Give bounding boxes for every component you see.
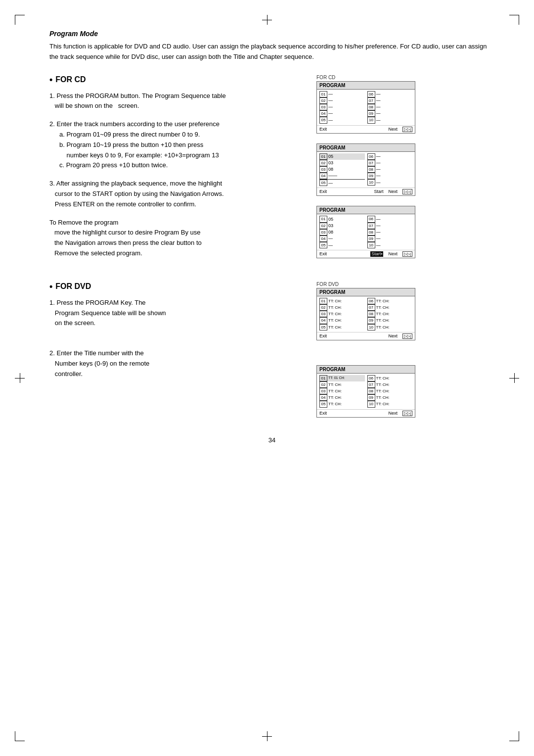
for-dvd-layout: • FOR DVD 1. Press the PROGRAM Key. The … bbox=[49, 282, 494, 422]
cd-s3-exit: Exit bbox=[319, 251, 327, 257]
dvd-s1-rn5: 10 bbox=[367, 324, 375, 331]
dvd-s2-rn5: 10 bbox=[367, 401, 375, 407]
cd-s1-next-icon: ▷▷| bbox=[402, 127, 412, 132]
cd-screen-2-wrapper: PROGRAM 01 05 02 03 03 08 04 —— 05 — bbox=[316, 143, 425, 196]
dvd-s1-next-icon: ▷▷| bbox=[402, 333, 412, 339]
dvd-step-1-num: 1. bbox=[49, 299, 55, 306]
cd-s2-start: Start bbox=[374, 189, 383, 194]
dvd-s2-rrow4: 09 TT: CH: bbox=[367, 394, 413, 401]
cd-s1-rv2: — bbox=[376, 97, 381, 104]
cd-screen-1-footer: Exit Next ▷▷| bbox=[317, 125, 415, 133]
dvd-s2-left-col: 01 TT: 01 CH: 02 TT: CH: 03 TT: CH: 04 T… bbox=[319, 375, 365, 408]
program-mode-title: Program Mode bbox=[49, 30, 494, 38]
dvd-s2-n5: 05 bbox=[319, 401, 327, 407]
dvd-s2-exit: Exit bbox=[319, 411, 327, 416]
cd-s2-row1: 01 05 bbox=[319, 153, 365, 160]
cd-s3-rn3: 08 bbox=[367, 229, 375, 236]
cd-s3-rn4: 09 bbox=[367, 236, 375, 242]
bullet-dvd: • bbox=[49, 282, 52, 292]
cd-screen-1-wrapper: FOR CD PROGRAM 01 — 02 — 03 — 04 — 05 — bbox=[316, 75, 425, 134]
cd-s2-rv1: — bbox=[376, 153, 381, 160]
cd-s2-rrow3: 08 — bbox=[367, 166, 413, 173]
dvd-s2-v2: TT: CH: bbox=[328, 382, 342, 387]
cd-s2-next-icon: ▷▷| bbox=[402, 189, 412, 194]
cd-screen-3: PROGRAM 01 05 02 03 03 08 04 — 05 — bbox=[316, 206, 415, 258]
dvd-s1-row5: 05 TT: CH: bbox=[319, 324, 365, 331]
cd-s3-row3: 03 08 bbox=[319, 229, 365, 236]
dvd-screen-2-footer: Exit Next ▷▷| bbox=[317, 409, 415, 417]
dvd-s2-n3: 03 bbox=[319, 388, 327, 394]
cd-s2-n3: 03 bbox=[319, 166, 327, 173]
cd-screen-3-footer: Exit Start▪ Next▷▷| bbox=[317, 250, 415, 258]
dvd-s2-v4: TT: CH: bbox=[328, 395, 342, 400]
cd-s2-v3: 08 bbox=[328, 166, 333, 173]
for-cd-left: • FOR CD 1. Press the PROGRAM button. Th… bbox=[49, 75, 307, 267]
cd-s3-rv4: — bbox=[376, 236, 381, 242]
for-cd-title: • FOR CD bbox=[49, 75, 307, 85]
cd-s1-rrow4: 09 — bbox=[367, 110, 413, 117]
cd-s2-n5: 05 bbox=[319, 180, 327, 186]
dvd-s2-rn3: 08 bbox=[367, 388, 375, 394]
cd-s2-rv3: — bbox=[376, 166, 381, 173]
cd-s1-v3: — bbox=[328, 104, 333, 110]
cd-screen-2-footer: Exit Start Next ▷▷| bbox=[317, 188, 415, 195]
dvd-s1-rn2: 07 bbox=[367, 304, 375, 311]
dvd-step-2-num: 2. bbox=[49, 349, 55, 357]
dvd-screen-2-wrapper: PROGRAM 01 TT: 01 CH: 02 TT: CH: 03 TT: … bbox=[316, 365, 425, 418]
dvd-s1-n3: 03 bbox=[319, 311, 327, 317]
cd-screen-1-label: FOR CD bbox=[316, 75, 425, 80]
cd-s2-n2: 02 bbox=[319, 160, 327, 166]
dvd-s1-left-col: 01 TT: CH: 02 TT: CH: 03 TT: CH: 04 TT: … bbox=[319, 298, 365, 331]
cd-s3-rrow2: 07 — bbox=[367, 223, 413, 229]
dvd-s2-next-icon: ▷▷| bbox=[402, 411, 412, 416]
for-cd-label: FOR CD bbox=[55, 75, 86, 84]
cd-s1-v5: — bbox=[328, 117, 333, 124]
cd-s2-rrow1: 06 — bbox=[367, 153, 413, 160]
dvd-s2-rn1: 06 bbox=[367, 375, 375, 381]
cross-left-center bbox=[15, 373, 25, 383]
dvd-s2-rv3: TT: CH: bbox=[376, 388, 390, 394]
dvd-s1-v1: TT: CH: bbox=[328, 298, 342, 304]
dvd-s1-n2: 02 bbox=[319, 304, 327, 311]
cd-s3-rn1: 06 bbox=[367, 216, 375, 222]
cd-s1-next: Next bbox=[388, 127, 398, 132]
dvd-s1-v2: TT: CH: bbox=[328, 305, 342, 310]
cd-s1-row1: 01 — bbox=[319, 91, 365, 97]
for-cd-section: • FOR CD 1. Press the PROGRAM button. Th… bbox=[49, 75, 494, 267]
cd-s1-v1: — bbox=[328, 91, 333, 97]
cd-s3-rv1: — bbox=[376, 216, 381, 223]
cd-s1-rrow5: 10 — bbox=[367, 117, 413, 123]
dvd-screen-2-body: 01 TT: 01 CH: 02 TT: CH: 03 TT: CH: 04 T… bbox=[317, 374, 415, 409]
cd-s3-start: Start▪ bbox=[370, 251, 383, 257]
cd-s3-row5: 05 — bbox=[319, 242, 365, 248]
program-mode-section: Program Mode This function is applicable… bbox=[49, 30, 494, 75]
dvd-s1-n5: 05 bbox=[319, 324, 327, 331]
cd-s2-n4: 04 bbox=[319, 173, 327, 179]
cd-s2-rv5: — bbox=[376, 180, 381, 186]
for-dvd-left: • FOR DVD 1. Press the PROGRAM Key. The … bbox=[49, 282, 307, 422]
cd-step-2c: c. Program 20 press +10 button twice. bbox=[49, 160, 307, 171]
dvd-s1-rrow5: 10 TT: CH: bbox=[367, 324, 413, 331]
dvd-screen-1-body: 01 TT: CH: 02 TT: CH: 03 TT: CH: 04 TT: … bbox=[317, 296, 415, 332]
dvd-s2-n2: 02 bbox=[319, 381, 327, 388]
dvd-s1-rn4: 09 bbox=[367, 317, 375, 324]
dvd-s2-rv1: TT: CH: bbox=[376, 376, 390, 381]
dvd-screen-1-footer: Exit Next ▷▷| bbox=[317, 332, 415, 340]
dvd-s1-n4: 04 bbox=[319, 317, 327, 324]
cd-step-1: 1. Press the PROGRAM button. The Program… bbox=[49, 91, 307, 112]
cd-step-2a: a. Program 01~09 press the direct number… bbox=[49, 130, 307, 140]
dvd-s2-row3: 03 TT: CH: bbox=[319, 388, 365, 394]
dvd-s2-row5: 05 TT: CH: bbox=[319, 401, 365, 407]
cd-s1-rn5: 10 bbox=[367, 117, 375, 123]
cd-step-3: 3. After assigning the playback sequence… bbox=[49, 179, 307, 209]
cd-screen-2-body: 01 05 02 03 03 08 04 —— 05 — 06 — 07 — 0 bbox=[317, 152, 415, 188]
dvd-step-2: 2. Enter the Title number with the Numbe… bbox=[49, 348, 307, 379]
dvd-s1-rv5: TT: CH: bbox=[376, 325, 390, 330]
cd-step-2-num: 2. bbox=[49, 120, 55, 128]
cd-s2-rn4: 09 bbox=[367, 173, 375, 179]
dvd-s1-rrow3: 08 TT: CH: bbox=[367, 311, 413, 317]
dvd-s2-n4: 04 bbox=[319, 394, 327, 401]
cd-s1-n4: 04 bbox=[319, 110, 327, 117]
cd-s1-n3: 03 bbox=[319, 104, 327, 110]
cd-s3-rn5: 10 bbox=[367, 242, 375, 248]
